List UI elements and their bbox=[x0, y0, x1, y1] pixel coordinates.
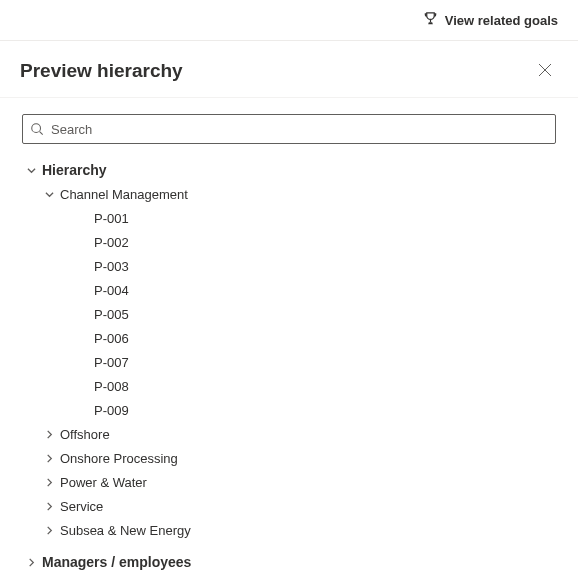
tree-item-label: Onshore Processing bbox=[60, 451, 178, 466]
close-icon bbox=[538, 63, 552, 80]
tree-item-label: Hierarchy bbox=[42, 162, 107, 178]
view-related-goals-button[interactable]: View related goals bbox=[423, 11, 558, 29]
tree-item-p-006[interactable]: P-006 bbox=[22, 326, 556, 350]
chevron-right-icon[interactable] bbox=[42, 502, 56, 511]
tree-item-label: P-005 bbox=[94, 307, 129, 322]
tree-item-p-001[interactable]: P-001 bbox=[22, 206, 556, 230]
chevron-down-icon[interactable] bbox=[24, 166, 38, 175]
tree-item-p-003[interactable]: P-003 bbox=[22, 254, 556, 278]
tree-item-p-005[interactable]: P-005 bbox=[22, 302, 556, 326]
tree-item-label: P-008 bbox=[94, 379, 129, 394]
chevron-right-icon[interactable] bbox=[24, 558, 38, 567]
chevron-right-icon[interactable] bbox=[42, 526, 56, 535]
chevron-right-icon[interactable] bbox=[42, 478, 56, 487]
close-button[interactable] bbox=[534, 59, 556, 83]
svg-point-2 bbox=[32, 124, 41, 133]
top-bar: View related goals bbox=[0, 0, 578, 40]
svg-line-3 bbox=[40, 132, 43, 135]
panel-header: Preview hierarchy bbox=[0, 41, 578, 98]
hierarchy-tree: HierarchyChannel Management P-001 P-002 … bbox=[22, 158, 556, 574]
tree-item-p-007[interactable]: P-007 bbox=[22, 350, 556, 374]
trophy-icon bbox=[423, 11, 438, 29]
tree-item-label: Service bbox=[60, 499, 103, 514]
panel-title: Preview hierarchy bbox=[20, 60, 183, 82]
tree-item-channel-management[interactable]: Channel Management bbox=[22, 182, 556, 206]
tree-item-label: Subsea & New Energy bbox=[60, 523, 191, 538]
tree-item-label: P-006 bbox=[94, 331, 129, 346]
tree-item-label: Managers / employees bbox=[42, 554, 191, 570]
tree-item-service[interactable]: Service bbox=[22, 494, 556, 518]
preview-hierarchy-panel: Preview hierarchy HierarchyChannel Manag… bbox=[0, 40, 578, 574]
tree-item-label: P-001 bbox=[94, 211, 129, 226]
tree-item-p-002[interactable]: P-002 bbox=[22, 230, 556, 254]
search-input[interactable] bbox=[22, 114, 556, 144]
tree-item-p-004[interactable]: P-004 bbox=[22, 278, 556, 302]
tree-item-label: Channel Management bbox=[60, 187, 188, 202]
panel-body: HierarchyChannel Management P-001 P-002 … bbox=[0, 98, 578, 574]
tree-item-label: Offshore bbox=[60, 427, 110, 442]
tree-item-p-008[interactable]: P-008 bbox=[22, 374, 556, 398]
tree-item-p-009[interactable]: P-009 bbox=[22, 398, 556, 422]
tree-section-managers-employees[interactable]: Managers / employees bbox=[22, 550, 556, 574]
chevron-down-icon[interactable] bbox=[42, 190, 56, 199]
tree-item-label: P-003 bbox=[94, 259, 129, 274]
tree-item-label: P-004 bbox=[94, 283, 129, 298]
tree-item-label: P-009 bbox=[94, 403, 129, 418]
tree-item-label: P-002 bbox=[94, 235, 129, 250]
tree-item-label: Power & Water bbox=[60, 475, 147, 490]
tree-item-onshore-processing[interactable]: Onshore Processing bbox=[22, 446, 556, 470]
chevron-right-icon[interactable] bbox=[42, 454, 56, 463]
search-wrap bbox=[22, 114, 556, 144]
view-related-goals-label: View related goals bbox=[445, 13, 558, 28]
tree-item-offshore[interactable]: Offshore bbox=[22, 422, 556, 446]
tree-item-subsea-new-energy[interactable]: Subsea & New Energy bbox=[22, 518, 556, 542]
chevron-right-icon[interactable] bbox=[42, 430, 56, 439]
tree-item-label: P-007 bbox=[94, 355, 129, 370]
tree-section-hierarchy[interactable]: Hierarchy bbox=[22, 158, 556, 182]
tree-item-power-water[interactable]: Power & Water bbox=[22, 470, 556, 494]
